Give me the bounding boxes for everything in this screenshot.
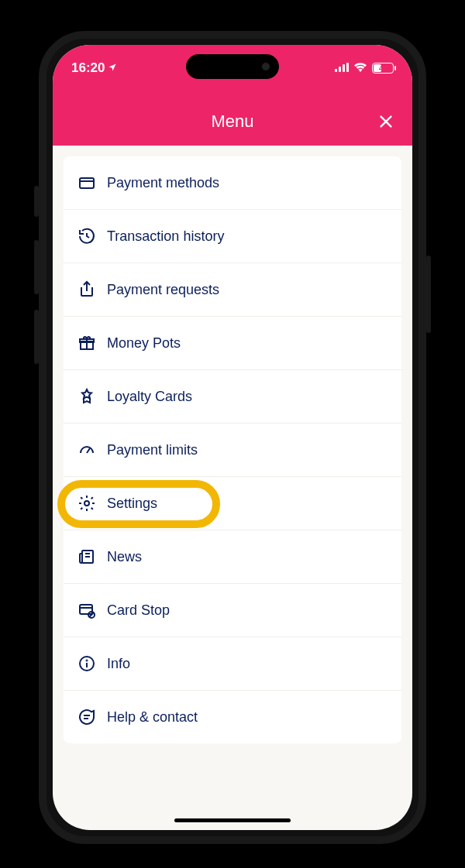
gauge-icon: [78, 441, 96, 459]
svg-rect-6: [80, 178, 94, 188]
menu-item-money-pots[interactable]: Money Pots: [64, 317, 401, 370]
menu-label: Transaction history: [107, 228, 224, 245]
phone-power-button: [426, 256, 431, 333]
gift-icon: [78, 334, 96, 352]
screen: 16:20: [53, 45, 412, 830]
battery-percent: 41: [373, 64, 393, 72]
menu-item-loyalty-cards[interactable]: Loyalty Cards: [64, 370, 401, 424]
menu-item-payment-requests[interactable]: Payment requests: [64, 263, 401, 317]
app-header: 16:20: [53, 45, 412, 146]
svg-rect-0: [335, 69, 337, 72]
menu-label: Payment requests: [107, 282, 219, 298]
menu-item-transaction-history[interactable]: Transaction history: [64, 210, 401, 263]
news-icon: [78, 547, 96, 566]
card-stop-icon: [78, 601, 96, 619]
home-indicator[interactable]: [174, 818, 291, 822]
menu-label: Info: [107, 656, 130, 672]
menu-label: Payment methods: [107, 175, 219, 191]
status-time: 16:20: [71, 60, 105, 76]
menu-label: Payment limits: [107, 442, 198, 458]
menu-label: Loyalty Cards: [107, 389, 192, 405]
menu-item-help-contact[interactable]: Help & contact: [64, 691, 401, 743]
menu-item-payment-methods[interactable]: Payment methods: [64, 156, 401, 210]
menu-label: Help & contact: [107, 709, 198, 726]
loyalty-icon: [78, 387, 96, 406]
wifi-icon: [353, 60, 367, 76]
info-icon: [78, 654, 96, 673]
page-title: Menu: [211, 112, 253, 132]
close-button[interactable]: [377, 112, 395, 131]
menu-item-settings[interactable]: Settings: [64, 477, 401, 530]
svg-rect-3: [346, 63, 349, 72]
menu-item-news[interactable]: News: [64, 530, 401, 584]
svg-rect-2: [343, 64, 345, 72]
location-icon: [108, 62, 117, 74]
menu-label: News: [107, 549, 142, 565]
menu-item-card-stop[interactable]: Card Stop: [64, 584, 401, 637]
menu-label: Settings: [107, 496, 157, 512]
card-icon: [78, 173, 96, 192]
status-bar: 16:20: [71, 59, 394, 77]
request-icon: [78, 280, 96, 299]
gear-icon: [78, 494, 96, 513]
phone-frame: 16:20: [39, 31, 426, 844]
history-icon: [78, 227, 96, 245]
svg-point-13: [84, 501, 89, 506]
svg-line-12: [87, 448, 90, 453]
cellular-icon: [335, 60, 349, 76]
menu-item-payment-limits[interactable]: Payment limits: [64, 424, 401, 477]
battery-icon: 41: [372, 63, 394, 74]
menu-panel: Payment methods Transaction history Paym…: [64, 156, 401, 743]
svg-rect-1: [339, 67, 341, 72]
svg-point-23: [87, 660, 88, 661]
menu-label: Money Pots: [107, 335, 181, 352]
menu-item-info[interactable]: Info: [64, 637, 401, 691]
menu-label: Card Stop: [107, 602, 170, 619]
chat-icon: [78, 708, 96, 726]
